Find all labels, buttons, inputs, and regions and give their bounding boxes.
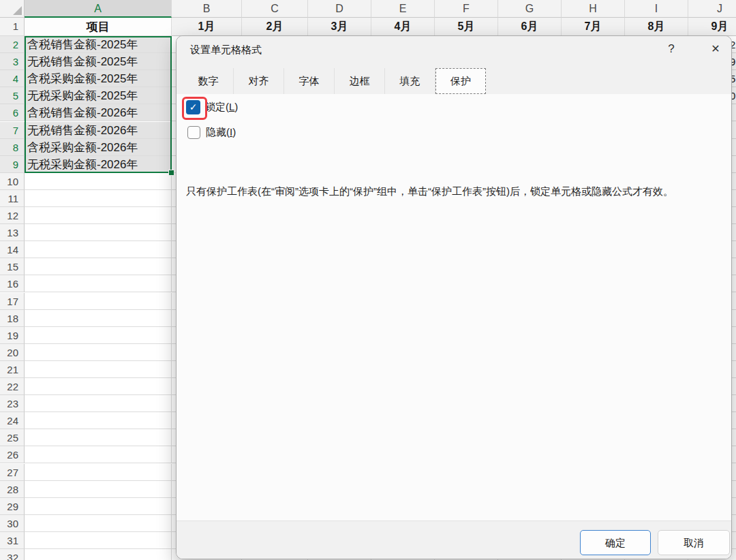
row-header-4[interactable]: 4 (0, 70, 25, 87)
row-header-13[interactable]: 13 (0, 224, 25, 241)
tab-number[interactable]: 数字 (183, 68, 234, 94)
cell-A11[interactable] (25, 190, 172, 207)
row-header-7[interactable]: 7 (0, 122, 25, 139)
column-header-B[interactable]: B (172, 0, 242, 18)
cell-A29[interactable] (25, 498, 172, 515)
cell-B1[interactable]: 1月 (172, 18, 242, 36)
help-icon[interactable]: ? (662, 40, 681, 59)
row-header-1[interactable]: 1 (0, 18, 25, 36)
cell-A16[interactable] (25, 275, 172, 292)
cell-D1[interactable]: 3月 (308, 18, 371, 36)
row-header-10[interactable]: 10 (0, 173, 25, 190)
select-all-corner[interactable] (0, 0, 25, 18)
tab-font[interactable]: 字体 (284, 68, 335, 94)
cell-A26[interactable] (25, 446, 172, 463)
close-icon[interactable]: ✕ (705, 40, 726, 59)
cell-A1[interactable]: 项目 (25, 18, 172, 36)
cell-A21[interactable] (25, 361, 172, 378)
cell-A24[interactable] (25, 412, 172, 429)
dialog-title: 设置单元格格式 (190, 44, 262, 57)
cell-A23[interactable] (25, 395, 172, 412)
row-header-30[interactable]: 30 (0, 515, 25, 532)
cell-A31[interactable] (25, 532, 172, 549)
row-header-19[interactable]: 19 (0, 327, 25, 344)
cell-E1[interactable]: 4月 (371, 18, 435, 36)
cell-A3[interactable]: 无税销售金额-2025年 (25, 53, 172, 70)
row-header-8[interactable]: 8 (0, 139, 25, 156)
cell-F1[interactable]: 5月 (435, 18, 498, 36)
cell-A8[interactable]: 含税采购金额-2026年 (25, 139, 172, 156)
row-header-22[interactable]: 22 (0, 378, 25, 395)
row-header-20[interactable]: 20 (0, 344, 25, 361)
row-header-23[interactable]: 23 (0, 395, 25, 412)
cell-A32[interactable] (25, 549, 172, 560)
cell-I1[interactable]: 8月 (625, 18, 688, 36)
row-header-12[interactable]: 12 (0, 207, 25, 224)
cell-G1[interactable]: 6月 (498, 18, 562, 36)
cell-A25[interactable] (25, 429, 172, 446)
cell-A27[interactable] (25, 464, 172, 481)
column-header-J[interactable]: J (688, 0, 736, 18)
row-header-28[interactable]: 28 (0, 481, 25, 498)
row-header-3[interactable]: 3 (0, 53, 25, 70)
row-header-5[interactable]: 5 (0, 87, 25, 104)
column-header-C[interactable]: C (242, 0, 308, 18)
row-header-26[interactable]: 26 (0, 446, 25, 463)
row-header-29[interactable]: 29 (0, 498, 25, 515)
row-header-16[interactable]: 16 (0, 275, 25, 292)
selection-fill-handle[interactable] (168, 170, 174, 176)
row-header-32[interactable]: 32 (0, 549, 25, 560)
hidden-label-suffix: ) (232, 126, 236, 138)
locked-label-suffix: ) (234, 101, 238, 112)
column-header-D[interactable]: D (308, 0, 371, 18)
row-header-17[interactable]: 17 (0, 293, 25, 310)
cell-A10[interactable] (25, 173, 172, 190)
cell-A22[interactable] (25, 378, 172, 395)
tab-alignment[interactable]: 对齐 (234, 68, 284, 94)
cell-A14[interactable] (25, 241, 172, 258)
row-header-2[interactable]: 2 (0, 36, 25, 53)
column-header-I[interactable]: I (625, 0, 688, 18)
row-header-21[interactable]: 21 (0, 361, 25, 378)
row-header-27[interactable]: 27 (0, 464, 25, 481)
cell-J1[interactable]: 9月 (688, 18, 736, 36)
row-header-9[interactable]: 9 (0, 156, 25, 173)
cell-A30[interactable] (25, 515, 172, 532)
cell-A17[interactable] (25, 293, 172, 310)
cell-A9[interactable]: 无税采购金额-2026年 (25, 156, 172, 173)
cell-A18[interactable] (25, 310, 172, 327)
cell-A4[interactable]: 含税采购金额-2025年 (25, 70, 172, 87)
row-header-14[interactable]: 14 (0, 241, 25, 258)
column-header-H[interactable]: H (562, 0, 625, 18)
hidden-checkbox[interactable] (187, 126, 200, 139)
row-header-11[interactable]: 11 (0, 190, 25, 207)
row-header-31[interactable]: 31 (0, 532, 25, 549)
cell-H1[interactable]: 7月 (562, 18, 625, 36)
locked-checkbox-label: 锁定(L) (205, 101, 238, 114)
column-header-G[interactable]: G (498, 0, 562, 18)
cell-A28[interactable] (25, 481, 172, 498)
column-header-A[interactable]: A (25, 0, 172, 18)
column-header-E[interactable]: E (371, 0, 435, 18)
cancel-button[interactable]: 取消 (658, 530, 730, 555)
cell-A20[interactable] (25, 344, 172, 361)
cell-A6[interactable]: 含税销售金额-2026年 (25, 104, 172, 121)
row-header-25[interactable]: 25 (0, 429, 25, 446)
cell-A19[interactable] (25, 327, 172, 344)
column-header-F[interactable]: F (435, 0, 498, 18)
tab-fill[interactable]: 填充 (385, 68, 435, 94)
row-header-15[interactable]: 15 (0, 258, 25, 275)
tab-protection[interactable]: 保护 (435, 68, 486, 94)
cell-A13[interactable] (25, 224, 172, 241)
row-header-24[interactable]: 24 (0, 412, 25, 429)
cell-A5[interactable]: 无税采购金额-2025年 (25, 87, 172, 104)
cell-C1[interactable]: 2月 (242, 18, 308, 36)
ok-button[interactable]: 确定 (580, 530, 651, 555)
cell-A2[interactable]: 含税销售金额-2025年 (25, 36, 172, 53)
cell-A12[interactable] (25, 207, 172, 224)
cell-A15[interactable] (25, 258, 172, 275)
row-header-18[interactable]: 18 (0, 310, 25, 327)
row-header-6[interactable]: 6 (0, 104, 25, 121)
cell-A7[interactable]: 无税销售金额-2026年 (25, 122, 172, 139)
tab-border[interactable]: 边框 (335, 68, 385, 94)
